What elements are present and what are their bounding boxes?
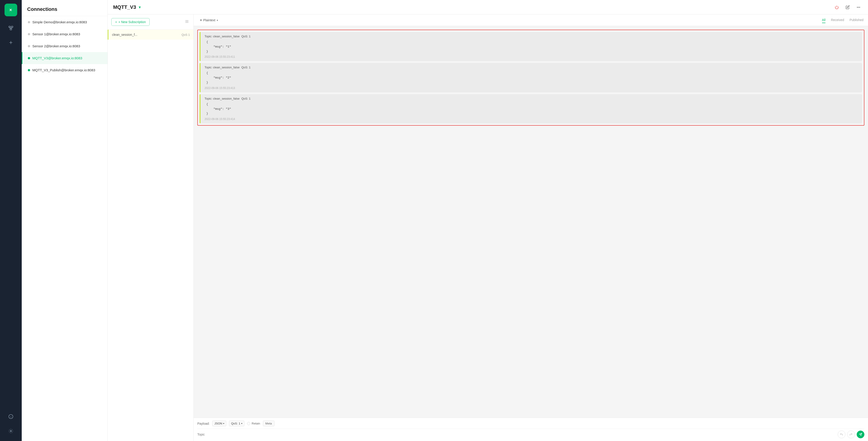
- send-button[interactable]: [857, 431, 864, 438]
- connection-name-5: MQTT_V3_Publish@broker.emqx.io:8083: [32, 68, 95, 72]
- connection-name-4: MQTT_V3@broker.emqx.io:8083: [32, 56, 82, 60]
- subscription-list-icon[interactable]: [184, 19, 190, 25]
- page-title: MQTT_V3: [113, 4, 136, 10]
- connections-list: Simple Demo@broker.emqx.io:8083 Sensor 1…: [22, 16, 107, 76]
- connection-item-2[interactable]: Sensor 1@broker.emqx.io:8083: [22, 28, 107, 40]
- undo-button[interactable]: [838, 431, 845, 438]
- message-time-2: 2022-09-06 15:55:23:413: [203, 86, 859, 90]
- svg-rect-2: [9, 26, 10, 28]
- topic-input[interactable]: [197, 433, 836, 436]
- top-bar: MQTT_V3 ▾: [108, 0, 868, 14]
- qos-value: 1: [239, 422, 240, 425]
- subscription-qos-1: QoS 1: [182, 33, 190, 36]
- bottom-bar-controls: Payload: JSON ▾ QoS: 1 ▾ Retain: [197, 421, 864, 426]
- plaintext-dot-icon: [200, 19, 202, 21]
- retain-circle-icon: [247, 422, 250, 425]
- power-button[interactable]: [833, 3, 841, 11]
- svg-point-16: [857, 7, 858, 7]
- info-nav-icon[interactable]: [4, 410, 17, 423]
- plaintext-selector[interactable]: Plaintext ▾: [198, 18, 220, 23]
- connection-item-4[interactable]: MQTT_V3@broker.emqx.io:8083: [22, 52, 107, 64]
- qos-chevron-icon: ▾: [241, 422, 242, 425]
- connections-panel: Connections Simple Demo@broker.emqx.io:8…: [22, 0, 108, 441]
- format-selector[interactable]: JSON ▾: [212, 421, 226, 426]
- message-header-3: Topic: clean_session_false QoS: 1: [205, 97, 859, 100]
- messages-list: Topic: clean_session_false QoS: 1 { "msg…: [194, 26, 868, 418]
- connection-dot-2: [28, 33, 30, 35]
- message-topic-2: Topic: clean_session_false: [205, 66, 240, 69]
- connection-name-3: Sensor 2@broker.emqx.io:8083: [32, 44, 80, 48]
- message-qos-1: QoS: 1: [242, 35, 250, 38]
- retain-toggle[interactable]: Retain: [247, 422, 260, 425]
- filter-tab-published[interactable]: Published: [850, 17, 864, 23]
- message-card-1: Topic: clean_session_false QoS: 1 { "msg…: [199, 32, 862, 61]
- add-connection-icon[interactable]: [4, 36, 17, 49]
- connections-nav-icon[interactable]: [4, 22, 17, 34]
- connections-title: Connections: [22, 0, 107, 16]
- message-card-2: Topic: clean_session_false QoS: 1 { "msg…: [199, 63, 862, 92]
- svg-point-14: [10, 430, 11, 432]
- main-content: MQTT_V3 ▾: [108, 0, 868, 441]
- payload-label: Payload:: [197, 422, 210, 425]
- edit-button[interactable]: [843, 3, 852, 11]
- connection-dot-4: [28, 57, 30, 59]
- message-body-1: { "msg": "1" }: [206, 40, 859, 54]
- bottom-bar: Payload: JSON ▾ QoS: 1 ▾ Retain: [194, 418, 868, 441]
- message-qos-3: QoS: 1: [242, 97, 250, 100]
- filter-tab-received[interactable]: Received: [831, 17, 844, 23]
- subscription-item-1[interactable]: clean_session_f... QoS 1: [108, 30, 193, 40]
- subscriptions-header: + + New Subscription: [108, 14, 193, 30]
- new-subscription-plus-icon: +: [115, 20, 117, 24]
- retain-label: Retain: [252, 422, 260, 425]
- connection-name-2: Sensor 1@broker.emqx.io:8083: [32, 32, 80, 36]
- plaintext-label: Plaintext: [203, 18, 215, 22]
- filter-tab-all[interactable]: All: [822, 17, 826, 23]
- message-card-3: Topic: clean_session_false QoS: 1 { "msg…: [199, 94, 862, 123]
- message-card-inner-2: Topic: clean_session_false QoS: 1 { "msg…: [203, 66, 859, 85]
- subscription-name-1: clean_session_f...: [112, 33, 182, 36]
- format-chevron-icon: ▾: [223, 422, 224, 425]
- message-time-1: 2022-09-06 15:55:23:411: [203, 55, 859, 58]
- messages-area: Plaintext ▾ All Received Published: [194, 14, 868, 441]
- messages-toolbar: Plaintext ▾ All Received Published: [194, 14, 868, 26]
- message-card-inner-3: Topic: clean_session_false QoS: 1 { "msg…: [203, 97, 859, 116]
- message-topic-3: Topic: clean_session_false: [205, 97, 240, 100]
- topic-row: [197, 429, 864, 438]
- icon-sidebar: ✕: [0, 0, 22, 441]
- connection-item-3[interactable]: Sensor 2@broker.emqx.io:8083: [22, 40, 107, 52]
- svg-point-18: [859, 7, 860, 7]
- message-header-1: Topic: clean_session_false QoS: 1: [205, 35, 859, 38]
- settings-nav-icon[interactable]: [4, 425, 17, 437]
- filter-tabs: All Received Published: [822, 17, 864, 23]
- qos-selector[interactable]: QoS: 1 ▾: [229, 421, 244, 426]
- meta-label: Meta: [266, 422, 272, 425]
- message-time-3: 2022-09-06 15:55:23:414: [203, 117, 859, 121]
- message-accent-bar-3: [199, 94, 200, 123]
- message-body-3: { "msg": "3" }: [206, 102, 859, 116]
- connection-dot-1: [28, 21, 30, 23]
- meta-button[interactable]: Meta: [263, 421, 275, 426]
- connection-dot-3: [28, 45, 30, 47]
- plaintext-chevron-icon: ▾: [217, 19, 218, 22]
- svg-rect-4: [10, 29, 11, 30]
- qos-label: QoS:: [231, 422, 238, 425]
- new-subscription-button[interactable]: + + New Subscription: [111, 18, 150, 26]
- highlighted-message-region: Topic: clean_session_false QoS: 1 { "msg…: [197, 30, 864, 126]
- message-qos-2: QoS: 1: [242, 66, 250, 69]
- connection-dot-5: [28, 69, 30, 71]
- message-card-inner-1: Topic: clean_session_false QoS: 1 { "msg…: [203, 35, 859, 54]
- svg-rect-3: [11, 26, 13, 28]
- message-accent-bar-2: [199, 63, 200, 92]
- format-value: JSON: [214, 422, 222, 425]
- content-split: + + New Subscription clean_session_f... …: [108, 14, 868, 441]
- message-header-2: Topic: clean_session_false QoS: 1: [205, 66, 859, 69]
- svg-point-17: [858, 7, 859, 7]
- connection-item-1[interactable]: Simple Demo@broker.emqx.io:8083: [22, 16, 107, 28]
- title-chevron-icon[interactable]: ▾: [139, 5, 141, 10]
- app-logo[interactable]: ✕: [4, 4, 17, 16]
- connection-item-5[interactable]: MQTT_V3_Publish@broker.emqx.io:8083: [22, 64, 107, 76]
- more-options-button[interactable]: [855, 3, 863, 11]
- svg-text:✕: ✕: [9, 8, 12, 12]
- connection-name-1: Simple Demo@broker.emqx.io:8083: [32, 20, 87, 24]
- redo-button[interactable]: [847, 431, 855, 438]
